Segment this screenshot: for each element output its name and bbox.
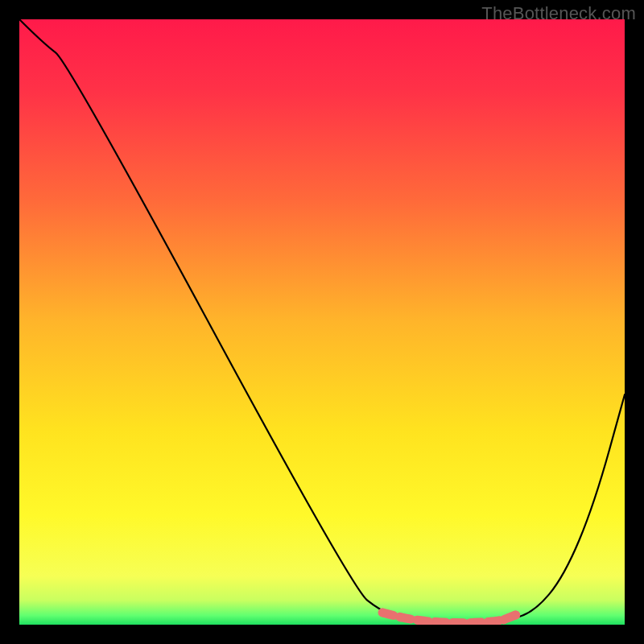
highlight-marker xyxy=(499,615,508,624)
watermark-text: TheBottleneck.com xyxy=(481,3,636,24)
plot-area xyxy=(19,19,625,625)
highlight-marker xyxy=(511,610,520,619)
highlight-marker xyxy=(396,613,405,621)
gradient-background xyxy=(19,19,625,625)
plot-svg xyxy=(19,19,625,625)
chart-frame: TheBottleneck.com xyxy=(0,0,644,644)
highlight-marker xyxy=(415,616,423,625)
highlight-marker xyxy=(378,608,387,617)
